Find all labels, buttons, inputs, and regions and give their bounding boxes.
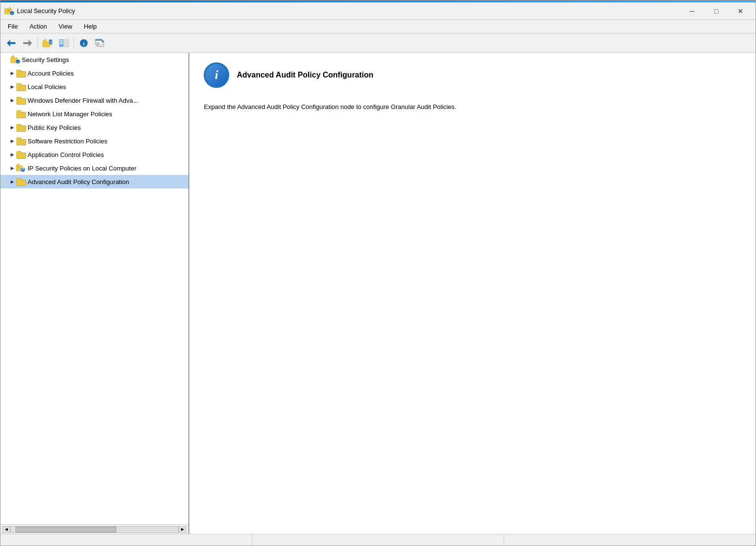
svg-marker-3	[9, 7, 11, 8]
folder-up-icon	[42, 39, 53, 47]
back-button[interactable]	[3, 36, 19, 50]
expand-arrow-defender[interactable]	[8, 96, 16, 104]
svg-rect-4	[7, 10, 10, 11]
ip-security-svg-icon	[16, 164, 26, 172]
tree-item-software-restriction[interactable]: Software Restriction Policies	[0, 134, 188, 148]
root-icon: i	[10, 55, 20, 64]
title-bar: i Local Security Policy ─ □ ✕	[0, 2, 756, 20]
tree-item-app-control[interactable]: Application Control Policies	[0, 148, 188, 161]
help-button[interactable]: i	[76, 36, 92, 50]
scroll-left-button[interactable]: ◀	[2, 526, 10, 533]
tree-item-local-policies[interactable]: Local Policies	[0, 80, 188, 94]
menu-action[interactable]: Action	[24, 21, 52, 31]
tree-label-account-policies: Account Policies	[28, 70, 74, 77]
tree-label-windows-defender: Windows Defender Firewall with Adva...	[28, 97, 138, 104]
detail-title: Advanced Audit Policy Configuration	[237, 71, 373, 79]
svg-rect-9	[10, 42, 15, 44]
menu-help[interactable]: Help	[78, 21, 102, 31]
tree-item-account-policies[interactable]: Account Policies	[0, 66, 188, 80]
scrollbar-track[interactable]	[10, 526, 179, 533]
status-segment-1	[0, 534, 252, 546]
tree-spacer	[0, 188, 188, 524]
window-title: Local Security Policy	[17, 7, 75, 15]
tree-root[interactable]: i Security Settings	[0, 53, 188, 66]
toolbar-separator-2	[74, 37, 74, 49]
expand-arrow-public[interactable]	[8, 124, 16, 131]
detail-description: Expand the Advanced Audit Policy Configu…	[204, 102, 741, 112]
app-icon: i	[4, 6, 14, 16]
forward-button[interactable]	[20, 36, 35, 50]
folder-icon-defender	[16, 96, 26, 105]
title-bar-left: i Local Security Policy	[4, 6, 75, 16]
forward-icon	[23, 39, 32, 47]
tree-label-ip-security: IP Security Policies on Local Computer	[28, 165, 136, 172]
folder-icon-local	[16, 82, 26, 91]
help-icon: i	[78, 39, 89, 47]
minimize-button[interactable]: ─	[681, 3, 703, 19]
svg-marker-35	[16, 164, 19, 166]
svg-rect-26	[95, 39, 102, 41]
expand-arrow-audit[interactable]	[8, 178, 16, 186]
status-segment-2	[252, 534, 504, 546]
tree-label-app-control: Application Control Policies	[28, 151, 104, 158]
title-bar-controls: ─ □ ✕	[681, 3, 752, 19]
tree-panel: i Security Settings Account Policies Loc…	[0, 53, 189, 534]
tree-item-windows-defender[interactable]: Windows Defender Firewall with Adva...	[0, 94, 188, 107]
folder-button[interactable]	[40, 36, 55, 50]
tree-item-advanced-audit[interactable]: Advanced Audit Policy Configuration	[0, 175, 188, 188]
status-segment-3	[504, 534, 756, 546]
folder-icon-account	[16, 69, 26, 78]
right-panel: i Advanced Audit Policy Configuration Ex…	[189, 53, 756, 534]
menu-file[interactable]: File	[2, 21, 23, 31]
menu-view[interactable]: View	[53, 21, 77, 31]
menu-bar: File Action View Help	[0, 20, 756, 33]
folder-icon-app	[16, 150, 26, 159]
folder-icon-software	[16, 137, 26, 145]
detail-icon: i	[204, 62, 229, 88]
ip-security-icon	[16, 164, 26, 172]
svg-marker-8	[7, 40, 10, 47]
expand-arrow-ip[interactable]	[8, 164, 16, 172]
scrollbar-thumb[interactable]	[15, 527, 116, 532]
security-settings-icon: i	[10, 55, 20, 64]
status-bar	[0, 534, 756, 546]
tree-label-software-restriction: Software Restriction Policies	[28, 138, 108, 145]
svg-rect-18	[60, 40, 63, 41]
maximize-button[interactable]: □	[705, 3, 727, 19]
folder-icon-public	[16, 123, 26, 132]
root-label: Security Settings	[22, 56, 69, 63]
svg-marker-13	[43, 39, 46, 42]
svg-rect-28	[96, 43, 100, 44]
svg-marker-31	[11, 56, 14, 58]
tree-label-local-policies: Local Policies	[28, 83, 66, 91]
svg-rect-11	[23, 42, 29, 44]
tree-item-public-key[interactable]: Public Key Policies	[0, 121, 188, 134]
tree-scrollbar-area: ◀ ▶	[0, 524, 188, 534]
detail-header: i Advanced Audit Policy Configuration	[204, 62, 741, 88]
back-icon	[6, 39, 16, 47]
expand-arrow-app[interactable]	[8, 151, 16, 158]
info-letter: i	[215, 69, 218, 81]
svg-rect-27	[96, 42, 99, 43]
svg-rect-17	[64, 39, 69, 47]
show-hide-button[interactable]	[56, 36, 72, 50]
toolbar: i	[0, 33, 756, 53]
close-button[interactable]: ✕	[729, 3, 752, 19]
scroll-right-button[interactable]: ▶	[179, 526, 186, 533]
svg-marker-10	[29, 40, 32, 47]
expand-arrow-software[interactable]	[8, 137, 16, 145]
expand-arrow-local[interactable]	[8, 83, 16, 91]
expand-arrow-account[interactable]	[8, 69, 16, 77]
console-tree-icon	[59, 39, 69, 47]
svg-rect-20	[60, 43, 63, 44]
main-content: i Security Settings Account Policies Loc…	[0, 53, 756, 534]
toolbar-separator-1	[37, 37, 38, 49]
tree-item-network-list[interactable]: Network List Manager Policies	[0, 107, 188, 121]
folder-icon-audit	[16, 177, 26, 186]
main-window: i Local Security Policy ─ □ ✕ File Actio…	[0, 0, 756, 546]
tree-item-ip-security[interactable]: IP Security Policies on Local Computer	[0, 161, 188, 175]
tree-label-advanced-audit: Advanced Audit Policy Configuration	[28, 178, 129, 186]
tree-label-network-list: Network List Manager Policies	[28, 110, 112, 118]
folder-icon-network	[16, 109, 26, 118]
console-button[interactable]	[93, 36, 108, 50]
